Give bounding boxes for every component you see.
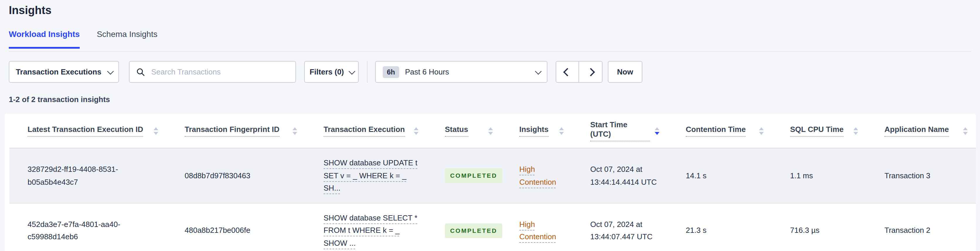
tab-bar: Workload Insights Schema Insights: [9, 29, 158, 49]
cell-sql-cpu-time: 1.1 ms: [772, 149, 866, 203]
col-header-status[interactable]: Status: [427, 114, 501, 148]
cell-application-name: Transaction 2: [866, 203, 976, 251]
status-badge: COMPLETED: [445, 168, 503, 183]
insight-high-contention-link[interactable]: High Contention: [519, 218, 566, 243]
cell-contention-time: 21.3 s: [668, 203, 772, 251]
time-range-label: Past 6 Hours: [405, 67, 529, 76]
cell-sql-cpu-time: 716.3 µs: [772, 203, 866, 251]
search-box[interactable]: [129, 61, 296, 83]
tab-schema-insights[interactable]: Schema Insights: [97, 29, 158, 49]
insights-page: Insights Workload Insights Schema Insigh…: [0, 0, 980, 251]
now-button[interactable]: Now: [608, 61, 643, 83]
col-header-application-name[interactable]: Application Name: [866, 114, 976, 148]
time-range-picker[interactable]: 6h Past 6 Hours: [375, 61, 547, 83]
col-header-sql-cpu-time[interactable]: SQL CPU Time: [772, 114, 866, 148]
insight-type-dropdown[interactable]: Transaction Executions: [9, 61, 119, 83]
now-label: Now: [617, 67, 633, 76]
status-badge: COMPLETED: [445, 223, 503, 238]
page-title: Insights: [9, 4, 52, 17]
table-row: 452da3e7-e7fa-4801-aa40-c59988d14eb6 480…: [10, 203, 976, 251]
prev-range-button[interactable]: [556, 61, 579, 83]
search-icon: [137, 68, 145, 76]
chevron-down-icon: [348, 68, 355, 75]
chevron-down-icon: [535, 68, 542, 75]
col-header-contention-time[interactable]: Contention Time: [668, 114, 772, 148]
sort-icon[interactable]: [154, 127, 158, 134]
cell-application-name: Transaction 3: [866, 149, 976, 203]
search-input[interactable]: [150, 67, 288, 77]
sort-icon[interactable]: [414, 127, 418, 134]
sort-icon[interactable]: [759, 127, 764, 134]
sort-icon[interactable]: [488, 127, 493, 134]
cell-start-time: Oct 07, 2024 at 13:44:14.4414 UTC: [572, 149, 668, 203]
col-header-insights[interactable]: Insights: [501, 114, 572, 148]
insights-table-card: Latest Transaction Execution ID Transact…: [5, 114, 976, 251]
controls-separator: [367, 61, 368, 83]
time-range-badge: 6h: [383, 66, 399, 78]
cell-fingerprint-id: 08d8b7d97f830463: [167, 149, 305, 203]
cell-execution-id: 328729d2-ff19-4408-8531-b05a5b4e43c7: [10, 149, 167, 203]
chevron-left-icon: [563, 68, 571, 76]
table-row: 328729d2-ff19-4408-8531-b05a5b4e43c7 08d…: [10, 149, 976, 203]
tabs-divider: [9, 51, 971, 51]
results-count: 1-2 of 2 transaction insights: [9, 95, 110, 104]
cell-start-time: Oct 07, 2024 at 13:44:07.447 UTC: [572, 203, 668, 251]
col-header-start-time[interactable]: Start Time (UTC): [572, 114, 668, 148]
tab-workload-insights[interactable]: Workload Insights: [9, 29, 80, 49]
table-header-row: Latest Transaction Execution ID Transact…: [10, 114, 976, 149]
filters-button[interactable]: Filters (0): [304, 61, 359, 83]
col-header-latest-transaction-execution-id[interactable]: Latest Transaction Execution ID: [10, 114, 167, 148]
sort-icon[interactable]: [853, 127, 858, 134]
sort-icon[interactable]: [655, 127, 659, 134]
transaction-execution-link[interactable]: SHOW database UPDATE t SET v = _ WHERE k…: [323, 157, 421, 195]
insight-type-label: Transaction Executions: [16, 67, 102, 76]
controls-bar: Transaction Executions Filters (0) 6h Pa…: [9, 61, 643, 83]
filters-label: Filters (0): [309, 67, 344, 76]
chevron-down-icon: [107, 68, 114, 75]
sort-icon[interactable]: [559, 127, 564, 134]
cell-contention-time: 14.1 s: [668, 149, 772, 203]
col-header-transaction-fingerprint-id[interactable]: Transaction Fingerprint ID: [167, 114, 305, 148]
sort-icon[interactable]: [963, 127, 968, 134]
cell-fingerprint-id: 480a8b217be006fe: [167, 203, 305, 251]
cell-execution-id: 452da3e7-e7fa-4801-aa40-c59988d14eb6: [10, 203, 167, 251]
transaction-execution-link[interactable]: SHOW database SELECT * FROM t WHERE k = …: [323, 212, 421, 249]
col-header-transaction-execution[interactable]: Transaction Execution: [305, 114, 427, 148]
time-pager: [556, 61, 603, 83]
sort-icon[interactable]: [293, 127, 297, 134]
next-range-button[interactable]: [579, 61, 603, 83]
insights-table: Latest Transaction Execution ID Transact…: [10, 114, 976, 251]
insight-high-contention-link[interactable]: High Contention: [519, 163, 566, 188]
chevron-right-icon: [586, 68, 595, 76]
